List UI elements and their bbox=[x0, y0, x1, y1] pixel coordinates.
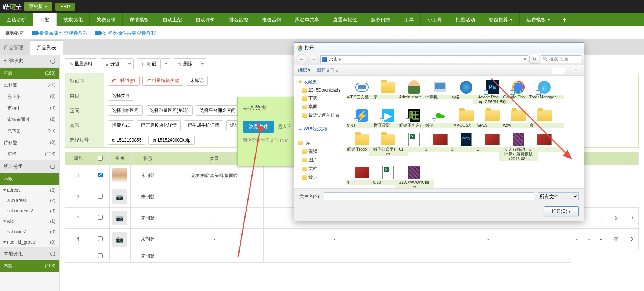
tag-batch-edit-fail[interactable]: 🏷 批量编辑失败 bbox=[142, 76, 183, 86]
sidebar-item[interactable]: sub aress(2) bbox=[0, 195, 59, 206]
nav-item-1[interactable]: 刊登 bbox=[33, 13, 57, 26]
breadcrumb-label[interactable]: 产品管理 bbox=[4, 44, 30, 55]
file-item[interactable]: Ps↗Adobe Photoshop CS6(64 Bit) bbox=[480, 79, 505, 105]
tree-item[interactable]: 音乐 bbox=[294, 173, 346, 181]
table-row[interactable]: 4未刊登------否0 bbox=[65, 229, 639, 250]
sidebar-item[interactable]: 已下架(25) bbox=[0, 126, 59, 137]
select-category[interactable]: 选择类目 bbox=[108, 91, 134, 101]
nav-item-7[interactable]: 排名监控 bbox=[222, 13, 255, 26]
delete-dropdown[interactable] bbox=[197, 58, 206, 69]
file-item[interactable]: 库 bbox=[375, 79, 401, 105]
path-box[interactable]: 桌面 ▸ ▾ bbox=[320, 55, 528, 63]
dialog-titlebar[interactable]: 打开 bbox=[294, 43, 584, 53]
nav-item-12[interactable]: 工单 bbox=[397, 13, 421, 26]
nav-item-6[interactable]: 自动评价 bbox=[189, 13, 222, 26]
row-checkbox[interactable] bbox=[98, 194, 103, 199]
range-weight[interactable]: 选择重量区间(系统) bbox=[146, 105, 193, 116]
tree-section[interactable]: ☁ WPS云文档 bbox=[294, 125, 346, 133]
file-item[interactable]: ↗Google Chrome bbox=[506, 79, 531, 105]
tree-item[interactable]: 下载 bbox=[294, 94, 346, 102]
tag-dropdown[interactable] bbox=[161, 58, 170, 69]
sidebar-item[interactable]: sub adress 2(3) bbox=[0, 206, 59, 216]
nav-item-13[interactable]: 小工具 bbox=[421, 13, 449, 26]
nav-item-14[interactable]: 批量活动 bbox=[449, 13, 482, 26]
nav-item-4[interactable]: 详情模板 bbox=[123, 13, 156, 26]
select-all-checkbox[interactable] bbox=[98, 156, 103, 161]
file-item[interactable]: 计算机 bbox=[427, 79, 453, 105]
other-modular[interactable]: 已开启模块化详情 bbox=[137, 120, 181, 130]
row-checkbox[interactable] bbox=[98, 236, 103, 241]
new-folder-button[interactable]: 新建文件夹 bbox=[317, 67, 339, 73]
view-mode-button[interactable] bbox=[552, 67, 565, 74]
nav-item-5[interactable]: 自动上架 bbox=[156, 13, 189, 26]
file-item[interactable]: 康 bbox=[532, 107, 557, 129]
sidebar-item[interactable]: 审核未通过(2) bbox=[0, 114, 59, 126]
range-price[interactable]: 选择价格区间 bbox=[108, 105, 143, 116]
tree-item[interactable]: 图片 bbox=[294, 156, 346, 164]
other-shipping[interactable]: 运费方式 bbox=[108, 120, 134, 130]
nav-item-3[interactable]: 关联营销 bbox=[90, 13, 123, 26]
file-item[interactable]: 21WXW.WinClient bbox=[401, 164, 427, 188]
sidebar-item[interactable]: 不限 bbox=[0, 173, 59, 185]
tree-section[interactable]: ★ 收藏夹 bbox=[294, 78, 346, 86]
refresh-icon[interactable] bbox=[50, 58, 55, 64]
browse-file-button[interactable]: 浏览文件 bbox=[243, 121, 274, 133]
sidebar-item[interactable]: 新增(136) bbox=[0, 149, 59, 160]
tree-item[interactable]: 文档 bbox=[294, 164, 346, 173]
file-item[interactable]: 💧↗TradeManager bbox=[532, 79, 557, 105]
batch-edit-button[interactable]: ✎批量编辑 bbox=[65, 58, 97, 69]
search-box[interactable]: 🔍 搜索 桌面 bbox=[541, 55, 581, 63]
refresh-icon[interactable] bbox=[50, 251, 55, 256]
nav-add-button[interactable]: + bbox=[557, 13, 572, 26]
file-item[interactable]: WPS云文档 bbox=[349, 79, 375, 105]
marketing-edition-button[interactable]: 营销版 bbox=[24, 2, 52, 11]
breadcrumb-tab[interactable]: 产品列表 bbox=[30, 40, 63, 55]
erp-button[interactable]: ERP bbox=[55, 3, 75, 11]
refresh-button[interactable]: ↻ bbox=[529, 55, 539, 64]
tree-section[interactable]: 库 bbox=[294, 139, 346, 147]
sidebar-item[interactable]: 不限(163) bbox=[0, 260, 59, 272]
batch-collect-video-link[interactable]: 批量采集刊登视频教程 bbox=[32, 30, 88, 37]
sidebar-item[interactable]: adress(2) bbox=[0, 185, 59, 195]
sidebar-item[interactable]: 不限(163) bbox=[0, 68, 59, 79]
nav-forward-button[interactable]: → bbox=[308, 54, 319, 64]
account-2[interactable]: cn1515240009kbip bbox=[148, 136, 194, 145]
tag-publish-fail[interactable]: 🏷 刊登失败 bbox=[108, 76, 140, 86]
help-button[interactable]: ? bbox=[572, 67, 580, 74]
tree-item[interactable]: 视频 bbox=[294, 147, 346, 156]
group-dropdown[interactable] bbox=[124, 58, 134, 69]
nav-item-11[interactable]: 服务日志 bbox=[364, 13, 397, 26]
open-button[interactable]: 打开(O) ▾ bbox=[544, 206, 579, 216]
delete-button[interactable]: 🗑删除 bbox=[173, 58, 197, 69]
table-row[interactable]: 未刊登 bbox=[65, 250, 639, 263]
row-checkbox[interactable] bbox=[98, 215, 103, 220]
sidebar-item[interactable]: 已上架(0) bbox=[0, 91, 59, 102]
nav-item-10[interactable]: 直通车抢位 bbox=[326, 13, 364, 26]
sidebar-item[interactable]: 待刊登(0) bbox=[0, 137, 59, 149]
nav-back-button[interactable]: ← bbox=[297, 54, 307, 64]
sidebar-item[interactable]: sub wigs1(0) bbox=[0, 227, 59, 237]
tree-item[interactable]: 最近访问的位置 bbox=[294, 111, 346, 120]
group-button[interactable]: ▲分组 bbox=[100, 58, 124, 69]
nav-item-15[interactable]: 橱窗推荐 bbox=[482, 13, 520, 26]
nav-item-16[interactable]: 运费模板 bbox=[520, 13, 557, 26]
sidebar-item[interactable]: nochild_group(0) bbox=[0, 237, 59, 247]
tag-button[interactable]: 🏷标记 bbox=[137, 58, 161, 69]
file-item[interactable]: 3 bbox=[532, 131, 557, 163]
row-checkbox[interactable] bbox=[98, 173, 103, 177]
tree-item[interactable]: 2345Downloads bbox=[294, 86, 346, 94]
filename-input[interactable] bbox=[324, 192, 534, 200]
nav-item-0[interactable]: 全店诊断 bbox=[0, 13, 33, 26]
file-item[interactable]: Administrator bbox=[401, 79, 427, 105]
range-commission[interactable]: 选择平台佣金区间 bbox=[196, 105, 240, 116]
other-mobile-detail[interactable]: 已生成手机详情 bbox=[184, 120, 223, 130]
nav-item-9[interactable]: 黑名单共享 bbox=[288, 13, 326, 26]
nav-item-8[interactable]: 推送营销 bbox=[255, 13, 288, 26]
account-1[interactable]: cn1512199855 bbox=[108, 136, 145, 145]
tree-item[interactable]: 桌面 bbox=[294, 102, 346, 111]
row-checkbox[interactable] bbox=[98, 253, 103, 258]
refresh-icon[interactable] bbox=[50, 164, 55, 169]
organize-menu[interactable]: 组织 ▾ bbox=[298, 67, 310, 73]
sidebar-item[interactable]: 审核中(0) bbox=[0, 102, 59, 114]
tag-none[interactable]: 未标记 bbox=[186, 76, 208, 86]
